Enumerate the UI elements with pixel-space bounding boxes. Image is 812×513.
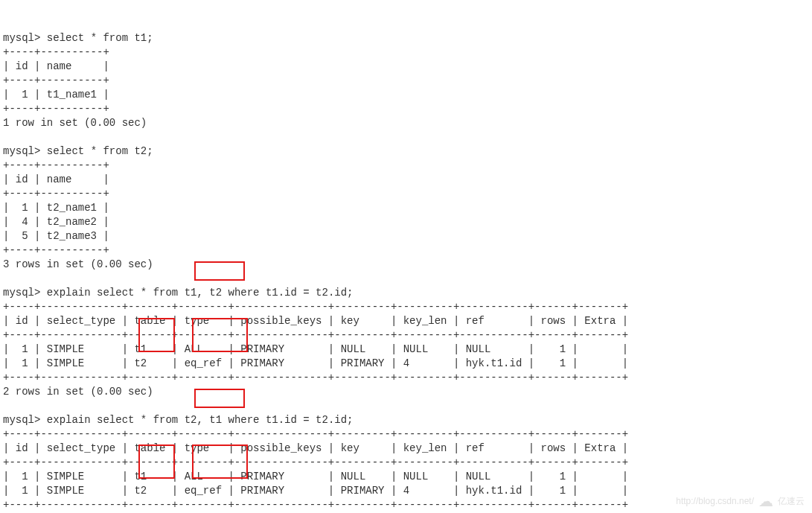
table-border: +----+-------------+-------+--------+---… [3, 329, 628, 341]
table-border: +----+----------+ [3, 74, 109, 86]
table-row: | 1 | SIMPLE | t1 | ALL | PRIMARY | NULL… [3, 343, 628, 355]
table-row: | 5 | t2_name3 | [3, 230, 109, 242]
table-row: | 1 | SIMPLE | t2 | eq_ref | PRIMARY | P… [3, 357, 628, 369]
highlight-box-2 [138, 318, 175, 352]
prompt: mysql> [3, 287, 40, 299]
table-row: | 1 | SIMPLE | t1 | ALL | PRIMARY | NULL… [3, 471, 628, 482]
table-border: +----+----------+ [3, 188, 109, 200]
result-footer: 2 rows in set (0.00 sec) [3, 386, 153, 398]
prompt: mysql> [3, 414, 40, 426]
table-border: +----+-------------+-------+--------+---… [3, 456, 628, 468]
sql-command-part: explain select * from [47, 287, 185, 299]
sql-tables-highlight: t2, t1 [185, 414, 222, 426]
highlight-box-5 [138, 445, 175, 479]
sql-command-part: where t1.id = t2.id; [222, 414, 353, 426]
result-footer: 1 row in set (0.00 sec) [3, 117, 147, 129]
prompt: mysql> [3, 32, 40, 44]
table-row: | 1 | t2_name1 | [3, 202, 109, 214]
table-header: | id | name | [3, 60, 109, 72]
sql-tables-highlight: t1, t2 [185, 287, 222, 299]
table-border: +----+----------+ [3, 46, 109, 58]
sql-command: select * from t2; [47, 145, 153, 157]
table-header: | id | select_type | table | type | poss… [3, 315, 628, 327]
highlight-box-3 [192, 318, 248, 352]
prompt: mysql> [3, 145, 40, 157]
sql-command: select * from t1; [47, 32, 153, 44]
table-header: | id | select_type | table | type | poss… [3, 442, 628, 454]
highlight-box-6 [192, 445, 248, 479]
sql-command-part: explain select * from [47, 414, 185, 426]
highlight-box-1 [194, 261, 245, 281]
table-row: | 1 | SIMPLE | t2 | eq_ref | PRIMARY | P… [3, 485, 628, 497]
table-row: | 1 | t1_name1 | [3, 89, 109, 101]
table-border: +----+-------------+-------+--------+---… [3, 428, 628, 440]
highlight-box-4 [194, 389, 245, 408]
watermark: http://blog.csdn.net/ ☁ 亿速云 [676, 494, 805, 509]
terminal-output: mysql> select * from t1; +----+---------… [3, 32, 628, 513]
table-border: +----+----------+ [3, 244, 109, 256]
sql-command-part: where t1.id = t2.id; [222, 287, 353, 299]
table-border: +----+-------------+-------+--------+---… [3, 372, 628, 383]
table-row: | 4 | t2_name2 | [3, 216, 109, 228]
table-border: +----+----------+ [3, 159, 109, 171]
table-header: | id | name | [3, 173, 109, 185]
watermark-url: http://blog.csdn.net/ [676, 494, 754, 509]
table-border: +----+----------+ [3, 103, 109, 115]
table-border: +----+-------------+-------+--------+---… [3, 499, 628, 511]
table-border: +----+-------------+-------+--------+---… [3, 301, 628, 313]
cloud-icon: ☁ [758, 494, 773, 509]
result-footer: 3 rows in set (0.00 sec) [3, 258, 153, 270]
watermark-brand: 亿速云 [778, 494, 805, 509]
